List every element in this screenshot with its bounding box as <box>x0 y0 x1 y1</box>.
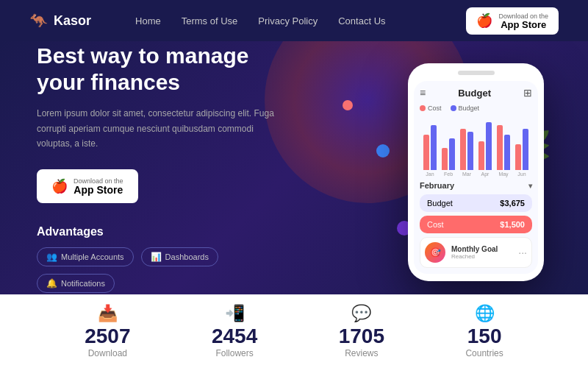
budget-legend-dot <box>451 105 456 111</box>
hero-subtitle: Lorem ipsum dolor sit amet, consectetur … <box>37 106 287 151</box>
pill-dashboards-label: Dashboards <box>165 252 209 261</box>
stat-countries: 🌐 150 Countries <box>465 304 503 358</box>
budget-chart: JanFebMarAprMayJun <box>420 118 532 177</box>
goal-text-block: Monthly Goal Reached <box>451 245 512 260</box>
bar-cost <box>478 141 484 170</box>
logo: 🦘 Kasor <box>29 12 91 29</box>
pill-multiple-accounts[interactable]: 👥 Multiple Accounts <box>37 247 134 266</box>
bar-cost <box>497 125 503 170</box>
chart-group-apr: Apr <box>478 122 492 177</box>
pill-dashboards[interactable]: 📊 Dashboards <box>141 247 218 266</box>
notifications-icon: 🔔 <box>46 278 57 289</box>
chart-legend: Cost Budget <box>420 105 532 112</box>
logo-icon: 🦘 <box>29 12 48 29</box>
stat-countries-number: 150 <box>465 326 503 347</box>
stat-followers-number: 2454 <box>212 326 257 347</box>
followers-icon: 📲 <box>212 304 257 323</box>
chart-group-mar: Mar <box>459 129 474 177</box>
pill-notifications[interactable]: 🔔 Notifications <box>37 274 115 293</box>
legend-budget: Budget <box>451 105 480 112</box>
bar-cost <box>515 144 521 170</box>
stat-download-label: Download <box>85 348 130 358</box>
chart-month-label: Jun <box>517 171 526 177</box>
bar-budget <box>431 125 437 170</box>
stat-download: 📥 2507 Download <box>85 304 130 358</box>
advantages-heading: Advantages <box>37 225 287 238</box>
cost-stat-row: Cost $1,500 <box>420 216 532 233</box>
hero-section: 🌿 Best way to manage your finances Lorem… <box>0 41 588 294</box>
nav-appstore-button[interactable]: 🍎 Download on the App Store <box>466 7 559 35</box>
chart-month-label: Jan <box>426 171 434 177</box>
stat-followers-label: Followers <box>212 348 257 358</box>
chart-group-jun: Jun <box>514 129 529 177</box>
monthly-goal-row: 🎯 Monthly Goal Reached ··· <box>420 237 532 268</box>
bar-budget <box>486 122 492 170</box>
phone-filter-icon: ⊞ <box>523 87 532 99</box>
stat-reviews: 💬 1705 Reviews <box>339 304 384 358</box>
cost-legend-dot <box>420 105 426 111</box>
navbar: 🦘 Kasor Home Terms of Use Privacy Policy… <box>0 0 588 41</box>
stat-reviews-label: Reviews <box>339 348 384 358</box>
pill-notifications-label: Notifications <box>61 279 105 288</box>
bar-budget <box>449 138 455 170</box>
budget-stat-row: Budget $3,675 <box>420 194 532 212</box>
nav-link-home[interactable]: Home <box>135 15 161 26</box>
phone-month-selector[interactable]: February ▾ <box>420 181 532 190</box>
bar-cost <box>423 135 429 170</box>
chevron-down-icon: ▾ <box>528 182 532 190</box>
nav-links: Home Terms of Use Privacy Policy Contact… <box>135 14 466 27</box>
bar-budget <box>467 132 473 170</box>
stat-followers: 📲 2454 Followers <box>212 304 257 358</box>
phone-frame: ≡ Budget ⊞ Cost Budget JanFebMarAprMayJu… <box>408 63 544 281</box>
countries-icon: 🌐 <box>465 304 503 323</box>
pill-accounts-label: Multiple Accounts <box>61 252 124 261</box>
bar-cost <box>460 129 466 170</box>
phone-title: Budget <box>458 88 491 99</box>
hero-title: Best way to manage your finances <box>37 43 287 96</box>
stat-download-number: 2507 <box>85 326 130 347</box>
chart-month-label: Feb <box>444 171 453 177</box>
advantages-pills: 👥 Multiple Accounts 📊 Dashboards 🔔 Notif… <box>37 247 287 293</box>
chart-month-label: May <box>498 171 508 177</box>
nav-link-terms[interactable]: Terms of Use <box>182 15 238 26</box>
hero-apple-icon: 🍎 <box>51 178 68 194</box>
chart-group-feb: Feb <box>441 138 456 177</box>
chart-month-label: Apr <box>481 171 490 177</box>
bar-cost <box>442 148 448 170</box>
chart-month-label: Mar <box>462 171 471 177</box>
budget-stat-value: $3,675 <box>500 199 525 208</box>
phone-notch <box>458 71 495 75</box>
phone-menu-icon: ≡ <box>420 87 426 99</box>
nav-appstore-text: Download on the App Store <box>498 13 548 29</box>
phone-header: ≡ Budget ⊞ <box>420 87 532 99</box>
deco-blue-dot <box>376 144 390 158</box>
hero-appstore-btn-text: Download on the App Store <box>74 177 123 195</box>
reviews-icon: 💬 <box>339 304 384 323</box>
nav-link-privacy[interactable]: Privacy Policy <box>258 15 318 26</box>
bar-budget <box>504 135 510 170</box>
stat-reviews-number: 1705 <box>339 326 384 347</box>
accounts-icon: 👥 <box>46 252 57 262</box>
chart-group-jan: Jan <box>423 125 437 177</box>
download-icon: 📥 <box>85 304 130 323</box>
logo-text: Kasor <box>54 13 91 29</box>
cost-legend-label: Cost <box>428 105 442 112</box>
phone-screen: ≡ Budget ⊞ Cost Budget JanFebMarAprMayJu… <box>414 81 538 274</box>
cost-stat-label: Cost <box>427 220 444 229</box>
nav-link-contact[interactable]: Contact Us <box>338 15 385 26</box>
goal-subtitle: Reached <box>451 253 512 260</box>
budget-stat-label: Budget <box>427 199 453 208</box>
cost-stat-value: $1,500 <box>500 220 525 229</box>
deco-red-dot <box>343 100 353 110</box>
apple-icon: 🍎 <box>476 13 492 29</box>
goal-options-icon[interactable]: ··· <box>518 247 527 258</box>
chart-group-may: May <box>496 125 511 177</box>
hero-appstore-button[interactable]: 🍎 Download on the App Store <box>37 169 138 203</box>
budget-legend-label: Budget <box>459 105 480 112</box>
dashboard-icon: 📊 <box>151 252 162 262</box>
goal-icon: 🎯 <box>425 242 445 263</box>
legend-cost: Cost <box>420 105 442 112</box>
hero-content: Best way to manage your finances Lorem i… <box>37 43 287 292</box>
phone-mockup: ≡ Budget ⊞ Cost Budget JanFebMarAprMayJu… <box>408 63 544 281</box>
bar-budget <box>523 129 528 170</box>
